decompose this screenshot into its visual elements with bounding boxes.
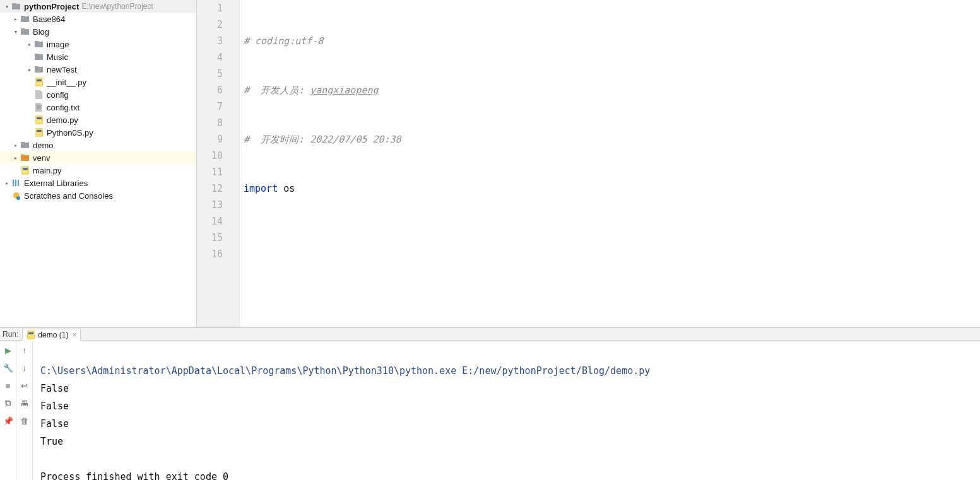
- project-name: pythonProject: [24, 2, 79, 11]
- chevron-down-icon[interactable]: ▾: [11, 27, 20, 36]
- code-area[interactable]: # coding:utf-8 # 开发人员: yangxiaopeng # 开发…: [240, 0, 980, 327]
- tree-file-config[interactable]: config: [0, 88, 196, 101]
- up-arrow-icon[interactable]: ↑: [19, 344, 30, 356]
- code-comment: yangxiaopeng: [310, 85, 378, 96]
- tree-folder-base864[interactable]: ▸ Base864: [0, 13, 196, 25]
- wrench-icon[interactable]: 🔧: [3, 362, 14, 373]
- run-label: Run:: [3, 330, 18, 339]
- tree-label: demo: [33, 141, 54, 150]
- svg-rect-11: [23, 171, 28, 173]
- code-editor[interactable]: 12345678910111213141516 # coding:utf-8 #…: [197, 0, 980, 327]
- svg-rect-0: [35, 78, 43, 86]
- tree-label: image: [47, 40, 69, 49]
- tree-label: __init__.py: [47, 78, 86, 87]
- tree-folder-music[interactable]: Music: [0, 50, 196, 63]
- tree-folder-demo[interactable]: ▸ demo: [0, 139, 196, 151]
- play-icon[interactable]: ▶: [3, 344, 14, 356]
- chevron-down-icon[interactable]: ▾: [3, 2, 11, 11]
- run-toolbar-secondary: ↑ ↓ ↩ 🖶 🗑: [16, 341, 33, 480]
- tree-folder-blog[interactable]: ▾ Blog: [0, 25, 196, 38]
- tree-folder-image[interactable]: ▸ image: [0, 38, 196, 50]
- close-icon[interactable]: ×: [72, 331, 76, 339]
- console-line: True: [40, 436, 63, 447]
- svg-rect-8: [37, 133, 42, 135]
- python-file-icon: [27, 331, 35, 339]
- tree-label: Music: [47, 52, 68, 62]
- project-root[interactable]: ▾ pythonProject E:\new\pythonProject: [0, 0, 196, 13]
- code-comment: # 开发人员:: [244, 85, 310, 96]
- scratch-icon: [11, 190, 21, 201]
- layout-icon[interactable]: ⧉: [3, 397, 14, 409]
- svg-rect-12: [13, 180, 14, 186]
- svg-rect-4: [37, 117, 42, 119]
- project-path: E:\new\pythonProject: [81, 2, 153, 11]
- folder-icon: [34, 52, 44, 62]
- svg-rect-1: [37, 79, 42, 81]
- external-libraries[interactable]: ▸ External Libraries: [0, 177, 196, 189]
- tree-label: venv: [33, 153, 50, 163]
- tree-file-demo[interactable]: demo.py: [0, 114, 196, 126]
- svg-rect-14: [18, 180, 19, 186]
- stop-icon[interactable]: ■: [3, 380, 14, 391]
- run-header: Run: demo (1) ×: [0, 328, 980, 341]
- tree-label: Base864: [33, 15, 65, 24]
- svg-rect-7: [37, 130, 42, 132]
- tree-label: config: [47, 90, 69, 100]
- svg-rect-18: [28, 332, 33, 334]
- folder-icon: [20, 26, 30, 37]
- svg-rect-13: [15, 180, 16, 186]
- svg-rect-19: [28, 336, 33, 337]
- tree-file-init[interactable]: __init__.py: [0, 76, 196, 88]
- library-icon: [11, 178, 21, 188]
- python-file-icon: [20, 165, 30, 175]
- console-line: False: [40, 401, 69, 412]
- tree-label: External Libraries: [24, 179, 88, 188]
- pin-icon[interactable]: 📌: [3, 415, 14, 426]
- chevron-right-icon[interactable]: ▸: [11, 153, 20, 162]
- tree-file-main[interactable]: main.py: [0, 164, 196, 177]
- tree-file-configtxt[interactable]: config.txt: [0, 101, 196, 114]
- tree-label: main.py: [33, 166, 62, 175]
- python-file-icon: [34, 115, 44, 125]
- code-comment: # 开发时间: 2022/07/05 20:38: [244, 134, 401, 145]
- chevron-right-icon[interactable]: ▸: [11, 141, 20, 149]
- svg-rect-2: [37, 83, 42, 85]
- console-command: C:\Users\Administrator\AppData\Local\Pro…: [40, 365, 650, 377]
- project-tree[interactable]: ▾ pythonProject E:\new\pythonProject ▸ B…: [0, 0, 197, 327]
- folder-icon: [20, 14, 30, 24]
- chevron-right-icon[interactable]: ▸: [3, 179, 11, 187]
- run-tab[interactable]: demo (1) ×: [22, 329, 81, 341]
- svg-rect-5: [37, 120, 42, 122]
- down-arrow-icon[interactable]: ↓: [19, 362, 30, 373]
- tree-label: Scratches and Consoles: [24, 191, 113, 201]
- console-output[interactable]: C:\Users\Administrator\AppData\Local\Pro…: [33, 341, 980, 480]
- chevron-right-icon[interactable]: ▸: [25, 65, 34, 74]
- svg-rect-10: [23, 168, 28, 170]
- line-number-gutter: 12345678910111213141516: [197, 0, 240, 327]
- tree-folder-venv[interactable]: ▸ venv: [0, 151, 196, 164]
- run-panel: Run: demo (1) × ▶ 🔧 ■ ⧉ 📌 ↑ ↓ ↩ 🖶 🗑 C:\U…: [0, 327, 980, 480]
- code-identifier: os: [278, 183, 295, 194]
- svg-rect-3: [35, 115, 43, 124]
- print-icon[interactable]: 🖶: [19, 397, 30, 409]
- chevron-right-icon[interactable]: ▸: [25, 40, 34, 49]
- trash-icon[interactable]: 🗑: [19, 415, 30, 426]
- chevron-right-icon[interactable]: ▸: [11, 15, 20, 23]
- console-line: False: [40, 383, 69, 394]
- svg-rect-6: [35, 128, 43, 137]
- wrap-icon[interactable]: ↩: [19, 380, 30, 391]
- svg-point-16: [16, 196, 20, 200]
- scratches-consoles[interactable]: Scratches and Consoles: [0, 189, 196, 202]
- folder-icon: [34, 64, 44, 74]
- python-file-icon: [34, 127, 44, 138]
- tree-label: Python0S.py: [47, 128, 93, 138]
- folder-icon: [34, 39, 44, 49]
- tree-folder-newtest[interactable]: ▸ newTest: [0, 63, 196, 76]
- svg-rect-9: [21, 166, 29, 175]
- tree-label: config.txt: [47, 103, 80, 112]
- tree-file-python0s[interactable]: Python0S.py: [0, 126, 196, 139]
- tree-label: Blog: [33, 27, 49, 37]
- tree-label: demo.py: [47, 115, 78, 125]
- run-toolbar-left: ▶ 🔧 ■ ⧉ 📌: [0, 341, 16, 480]
- svg-rect-17: [27, 331, 35, 339]
